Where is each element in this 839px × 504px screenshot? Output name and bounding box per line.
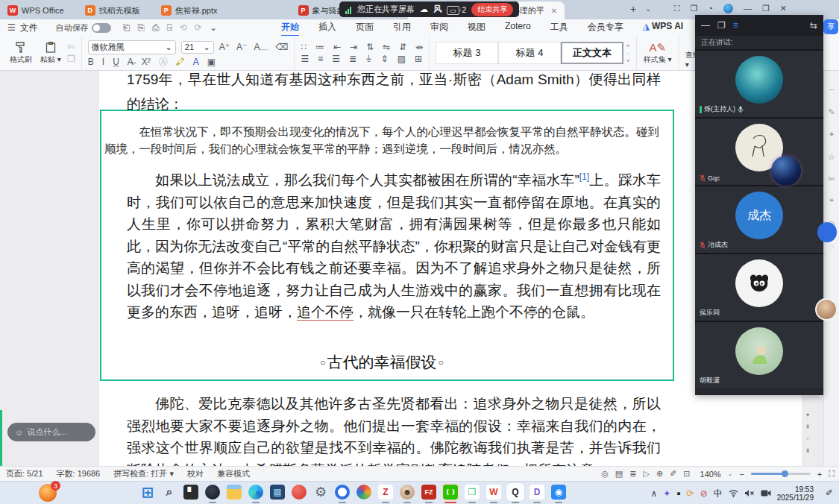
- grow-font-icon[interactable]: A⁺: [219, 42, 230, 51]
- more-tools-icon[interactable]: ◌: [829, 242, 835, 251]
- store-icon[interactable]: ▦: [268, 483, 286, 501]
- styles-down-icon[interactable]: ˅: [626, 57, 630, 64]
- tray-chevron-up-icon[interactable]: ∧: [650, 489, 657, 498]
- styles-more-icon[interactable]: ·: [626, 50, 630, 57]
- save-icon[interactable]: ⎗: [123, 23, 131, 32]
- prev-page-button[interactable]: ⇞: [802, 422, 814, 432]
- favorite-icon[interactable]: ☆: [828, 153, 835, 161]
- font-size-combo[interactable]: 21⌄: [181, 41, 214, 54]
- panel-minimize-icon[interactable]: —: [701, 20, 710, 31]
- mic-share-icon[interactable]: ☁: [420, 4, 428, 14]
- tray-blocked-icon[interactable]: ⊘: [700, 489, 708, 498]
- zoom-chevron-icon[interactable]: ⌄: [728, 470, 733, 477]
- text-direction-icon[interactable]: ⇅: [366, 42, 374, 51]
- collapse-icon[interactable]: −: [829, 86, 834, 94]
- snip-icon[interactable]: ✄: [828, 175, 835, 183]
- shading-icon[interactable]: ▨: [397, 54, 406, 63]
- eye-protect-icon[interactable]: ◎: [601, 470, 609, 478]
- edge-browser-icon[interactable]: [247, 483, 265, 501]
- tab-wps-ai[interactable]: WPS AI: [643, 19, 683, 37]
- tab-home[interactable]: 开始: [281, 19, 299, 37]
- char-shading-icon[interactable]: ▣: [207, 57, 216, 66]
- web-view-icon[interactable]: ⊕: [656, 470, 663, 478]
- tab-review[interactable]: 审阅: [430, 19, 448, 37]
- ime-chinese-icon[interactable]: 中: [714, 489, 723, 498]
- minimize-button[interactable]: —: [744, 4, 752, 13]
- style-heading4[interactable]: 标题 4: [498, 42, 561, 64]
- flame-app-icon[interactable]: 3: [39, 484, 57, 502]
- select-browse-object-button[interactable]: ▫: [802, 434, 814, 444]
- justify-icon[interactable]: ≣: [349, 54, 356, 63]
- panel-layout-icon[interactable]: ≡: [733, 20, 739, 31]
- bullet-list-icon[interactable]: ∷: [301, 42, 307, 51]
- align-right-icon[interactable]: ☰: [332, 54, 340, 63]
- tab-member[interactable]: 会员专享: [588, 19, 623, 37]
- panel-expand-icon[interactable]: ❐: [717, 20, 726, 31]
- file-explorer-icon[interactable]: [225, 483, 243, 501]
- font-color-icon[interactable]: A: [193, 57, 199, 66]
- scroll-down-icon[interactable]: ▾: [802, 410, 814, 420]
- style-heading3[interactable]: 标题 3: [436, 42, 498, 64]
- meeting-collapse-pill[interactable]: [817, 222, 837, 242]
- dark-circle-app-icon[interactable]: [204, 483, 221, 501]
- increase-indent-icon[interactable]: ⇥: [350, 42, 357, 51]
- highlighter-icon[interactable]: ✦: [828, 130, 835, 139]
- pen-mode-icon[interactable]: ✐: [670, 470, 676, 478]
- undo-icon[interactable]: ⟲: [180, 23, 187, 32]
- tab-list-chevron-icon[interactable]: ⌄: [645, 4, 651, 13]
- highlight-color-icon[interactable]: 🖍: [176, 57, 185, 66]
- tab-reference[interactable]: 引用: [393, 19, 411, 37]
- style-bodytext[interactable]: 正文文本: [561, 42, 623, 64]
- wps-office-icon[interactable]: W: [485, 483, 503, 501]
- start-icon[interactable]: ⊞: [139, 483, 157, 501]
- tray-colored-app-icon[interactable]: ✦: [663, 489, 670, 498]
- shrink-font-icon[interactable]: A⁻: [236, 42, 247, 51]
- cut-icon[interactable]: ✄: [67, 42, 75, 51]
- new-tab-button[interactable]: +: [630, 3, 636, 15]
- decrease-indent-icon[interactable]: ⇤: [333, 42, 341, 51]
- hamburger-icon[interactable]: ☰: [7, 22, 16, 33]
- next-page-button[interactable]: ⇟: [802, 446, 814, 456]
- avatar-contact-icon[interactable]: ☻: [398, 483, 416, 501]
- align-left-icon[interactable]: ☰: [301, 54, 309, 63]
- line-spacing-icon[interactable]: ⇕: [381, 54, 389, 63]
- font-name-combo[interactable]: 微软雅黑⌄: [88, 40, 176, 54]
- wifi-icon[interactable]: [729, 489, 738, 497]
- tab-wps-home[interactable]: W WPS Office: [0, 1, 72, 19]
- stack-windows-icon[interactable]: ❐: [690, 4, 697, 13]
- tab-page[interactable]: 页面: [356, 19, 374, 37]
- sort-icon[interactable]: ⇵: [399, 42, 406, 51]
- search-icon[interactable]: ⌕: [160, 483, 178, 501]
- align-center-icon[interactable]: ≡: [318, 54, 323, 63]
- paste-button[interactable]: 粘贴 ▾: [36, 42, 66, 65]
- volume-muted-icon[interactable]: [744, 489, 755, 497]
- page-view-icon[interactable]: ▤: [615, 470, 623, 478]
- redo-icon[interactable]: ⟳: [195, 23, 202, 32]
- read-mode-icon[interactable]: ▷: [643, 470, 649, 478]
- tab-zotero[interactable]: Zotero: [505, 19, 531, 37]
- colorful-app-icon[interactable]: [355, 483, 373, 501]
- strikethrough-icon[interactable]: A̶: [128, 57, 133, 66]
- spellcheck-status[interactable]: 拼写检查: 打开 ▾: [113, 468, 174, 479]
- participant-tile[interactable]: 胡毅潇: [695, 321, 823, 388]
- red-media-app-icon[interactable]: [290, 483, 308, 501]
- notification-pen-icon[interactable]: ✐: [826, 488, 833, 498]
- participant-tile[interactable]: 烁(主持人): [695, 49, 823, 117]
- print-preview-icon[interactable]: ⍈: [167, 23, 172, 32]
- italic-icon[interactable]: I: [102, 57, 104, 66]
- export-pdf-icon[interactable]: ⎘: [137, 23, 145, 32]
- more-chevron-icon[interactable]: ⌄: [210, 23, 217, 32]
- participant-tile[interactable]: Gqc: [695, 117, 823, 185]
- bold-icon[interactable]: B: [88, 57, 94, 66]
- style-set-button[interactable]: A✎ 样式集 ▾: [643, 42, 673, 65]
- participant-tile[interactable]: 侯乐同: [695, 253, 823, 321]
- underline-icon[interactable]: U̲: [113, 57, 119, 66]
- zoom-level[interactable]: 140%: [700, 470, 721, 479]
- blue-ring-browser-icon[interactable]: [333, 483, 351, 501]
- wechat-icon[interactable]: ❪❫: [442, 483, 459, 501]
- focus-mode-icon[interactable]: ⊡: [683, 470, 690, 478]
- account-avatar[interactable]: [723, 4, 733, 13]
- outline-view-icon[interactable]: ≣: [629, 470, 636, 478]
- service-headset-icon[interactable]: ◔: [708, 4, 713, 13]
- fullscreen-icon[interactable]: ⛶: [829, 469, 835, 479]
